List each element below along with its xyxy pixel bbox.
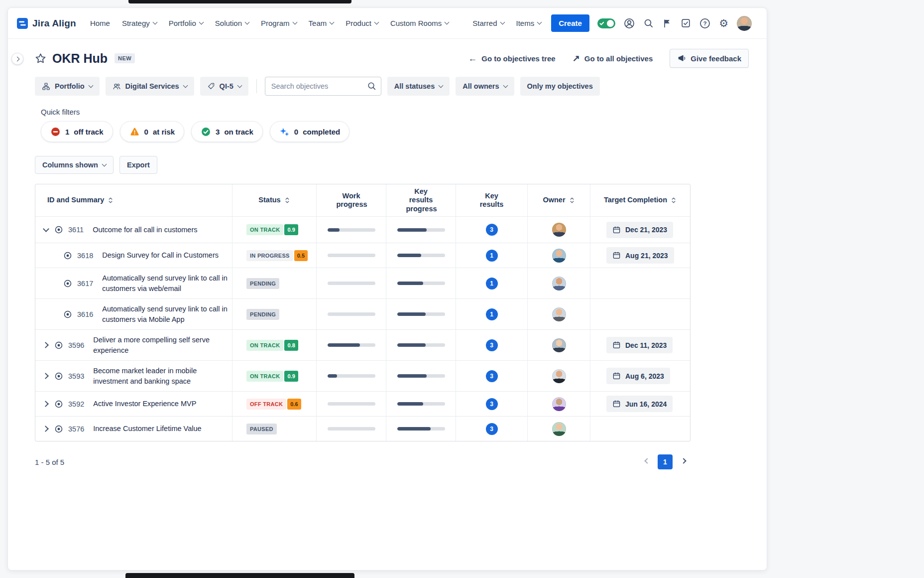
objective-summary[interactable]: Become market leader in mobile investmen… bbox=[93, 366, 224, 386]
star-icon[interactable] bbox=[35, 53, 46, 64]
objective-icon bbox=[54, 341, 63, 350]
status-toggle[interactable] bbox=[597, 18, 615, 28]
nav-product[interactable]: Product bbox=[346, 19, 378, 27]
col-header-id-summary[interactable]: ID and Summary bbox=[35, 184, 232, 216]
expand-row-chevron[interactable] bbox=[41, 341, 50, 350]
page-number-button[interactable]: 1 bbox=[658, 454, 673, 469]
nav-strategy[interactable]: Strategy bbox=[122, 19, 157, 27]
objective-icon bbox=[63, 279, 72, 288]
objective-summary[interactable]: Increase Customer Lifetime Value bbox=[93, 424, 201, 434]
sort-icon bbox=[108, 197, 114, 204]
work-progress-bar bbox=[328, 282, 375, 285]
col-header-owner[interactable]: Owner bbox=[528, 184, 590, 216]
target-date-chip[interactable]: Aug 6, 2023 bbox=[606, 368, 670, 384]
collapse-row-chevron[interactable] bbox=[41, 225, 50, 234]
completed-icon bbox=[279, 127, 290, 137]
owner-avatar bbox=[552, 422, 566, 436]
target-date-chip[interactable]: Dec 21, 2023 bbox=[606, 222, 673, 238]
objective-summary[interactable]: Active Investor Experience MVP bbox=[93, 399, 196, 409]
period-filter-dropdown[interactable]: QI-5 bbox=[200, 77, 248, 96]
statuses-filter-dropdown[interactable]: All statuses bbox=[387, 77, 450, 96]
quick-filter-at-risk[interactable]: 0at risk bbox=[120, 121, 185, 142]
objective-id: 3611 bbox=[68, 226, 84, 234]
objective-summary[interactable]: Automatically send survey link to call i… bbox=[102, 273, 232, 293]
table-row[interactable]: 3592 Active Investor Experience MVP OFF … bbox=[35, 391, 690, 416]
objective-summary[interactable]: Deliver a more compelling self serve exp… bbox=[93, 335, 224, 355]
nav-program[interactable]: Program bbox=[261, 19, 297, 27]
chevron-down-icon bbox=[152, 20, 157, 25]
flag-icon[interactable] bbox=[662, 18, 672, 28]
key-results-count-badge[interactable]: 3 bbox=[486, 224, 498, 236]
table-row[interactable]: 3618 Design Survey for Call in Customers… bbox=[35, 243, 690, 268]
table-row[interactable]: 3611 Outcome for all call in customers O… bbox=[35, 216, 690, 243]
quick-filter-off-track[interactable]: 1off track bbox=[41, 121, 113, 142]
team-filter-dropdown[interactable]: Digital Services bbox=[106, 77, 194, 96]
key-results-count-badge[interactable]: 1 bbox=[486, 250, 498, 262]
objective-summary[interactable]: Design Survey for Call in Customers bbox=[102, 250, 219, 260]
key-results-progress-bar bbox=[397, 427, 445, 431]
sort-icon bbox=[284, 197, 290, 204]
page-title: OKR Hub bbox=[52, 51, 108, 66]
nav-items[interactable]: Items bbox=[516, 19, 542, 27]
target-date-chip[interactable]: Dec 11, 2023 bbox=[606, 337, 673, 353]
key-results-progress-bar bbox=[397, 228, 445, 232]
only-my-objectives-button[interactable]: Only my objectives bbox=[520, 77, 600, 96]
objective-summary[interactable]: Outcome for all call in customers bbox=[93, 225, 197, 235]
user-avatar[interactable] bbox=[737, 16, 752, 31]
chevron-down-icon bbox=[199, 20, 204, 25]
sidebar-expand-button[interactable] bbox=[11, 53, 23, 65]
quick-filters-label: Quick filters bbox=[41, 108, 767, 116]
work-progress-bar bbox=[328, 427, 375, 431]
key-results-count-badge[interactable]: 3 bbox=[486, 370, 498, 382]
chevron-down-icon bbox=[439, 83, 444, 88]
table-row[interactable]: 3593 Become market leader in mobile inve… bbox=[35, 360, 690, 391]
brand[interactable]: Jira Align bbox=[17, 18, 76, 29]
previous-page-button[interactable] bbox=[640, 455, 653, 468]
go-to-objectives-tree-link[interactable]: ←Go to objectives tree bbox=[468, 54, 555, 63]
col-header-target-completion[interactable]: Target Completion bbox=[590, 184, 690, 216]
col-header-status[interactable]: Status bbox=[232, 184, 317, 216]
table-row[interactable]: 3596 Deliver a more compelling self serv… bbox=[35, 329, 690, 360]
table-row[interactable]: 3616 Automatically send survey link to c… bbox=[35, 298, 690, 329]
nav-starred[interactable]: Starred bbox=[472, 19, 504, 27]
expand-row-chevron[interactable] bbox=[41, 372, 50, 381]
off-track-icon bbox=[50, 127, 61, 137]
objective-summary[interactable]: Automatically send survey link to call i… bbox=[102, 304, 232, 324]
search-objectives-input[interactable] bbox=[265, 77, 381, 96]
go-to-all-objectives-link[interactable]: ↗Go to all objectives bbox=[573, 54, 653, 63]
table-row[interactable]: 3576 Increase Customer Lifetime Value PA… bbox=[35, 416, 690, 441]
profile-icon[interactable] bbox=[624, 18, 635, 29]
help-icon[interactable]: ? bbox=[699, 18, 710, 29]
portfolio-filter-dropdown[interactable]: Portfolio bbox=[35, 77, 100, 96]
give-feedback-button[interactable]: Give feedback bbox=[670, 49, 749, 68]
columns-shown-dropdown[interactable]: Columns shown bbox=[35, 156, 114, 174]
nav-custom-rooms[interactable]: Custom Rooms bbox=[390, 19, 449, 27]
key-results-count-badge[interactable]: 1 bbox=[486, 278, 498, 289]
target-date-chip[interactable]: Jun 16, 2024 bbox=[606, 396, 673, 412]
page-header: OKR Hub NEW ←Go to objectives tree ↗Go t… bbox=[35, 48, 749, 69]
expand-row-chevron[interactable] bbox=[41, 425, 50, 434]
owner-avatar bbox=[552, 307, 566, 321]
chevron-left-icon bbox=[644, 458, 650, 463]
status-badge: PENDING bbox=[246, 309, 279, 320]
tasks-icon[interactable] bbox=[681, 18, 691, 28]
table-row[interactable]: 3617 Automatically send survey link to c… bbox=[35, 268, 690, 298]
nav-portfolio[interactable]: Portfolio bbox=[169, 19, 203, 27]
create-button[interactable]: Create bbox=[551, 14, 589, 32]
gear-icon[interactable]: ⚙ bbox=[719, 18, 728, 28]
nav-home[interactable]: Home bbox=[90, 19, 110, 27]
search-icon[interactable] bbox=[643, 18, 654, 28]
next-page-button[interactable] bbox=[678, 455, 691, 468]
key-results-count-badge[interactable]: 3 bbox=[486, 398, 498, 410]
key-results-count-badge[interactable]: 3 bbox=[486, 423, 498, 435]
expand-row-chevron[interactable] bbox=[41, 400, 50, 409]
nav-solution[interactable]: Solution bbox=[215, 19, 249, 27]
key-results-count-badge[interactable]: 1 bbox=[486, 308, 498, 320]
target-date-chip[interactable]: Aug 21, 2023 bbox=[606, 247, 674, 264]
owners-filter-dropdown[interactable]: All owners bbox=[456, 77, 514, 96]
quick-filter-on-track[interactable]: 3on track bbox=[191, 121, 263, 142]
nav-team[interactable]: Team bbox=[309, 19, 334, 27]
quick-filter-completed[interactable]: 0completed bbox=[270, 121, 349, 142]
key-results-count-badge[interactable]: 3 bbox=[486, 339, 498, 351]
export-button[interactable]: Export bbox=[119, 156, 157, 174]
